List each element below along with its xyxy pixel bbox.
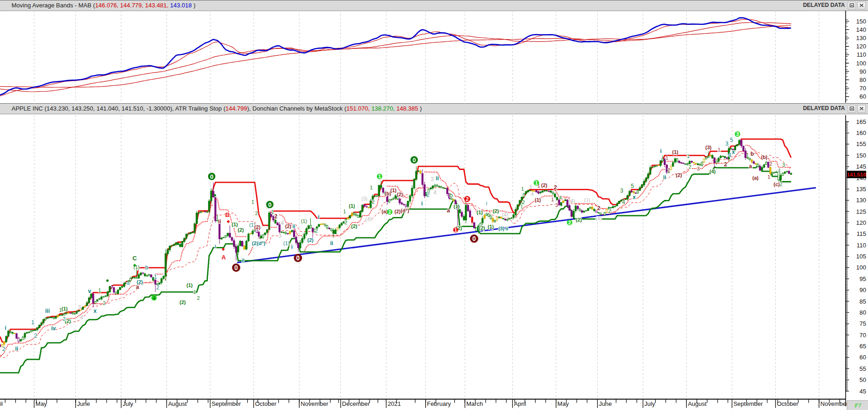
svg-text:165: 165 (856, 118, 866, 125)
svg-text:a: a (127, 280, 130, 286)
svg-text:April: April (0, 400, 3, 407)
svg-text:1: 1 (271, 209, 274, 215)
svg-text:(2): (2) (285, 223, 291, 229)
svg-text:(1): (1) (283, 240, 289, 246)
svg-text:(2): (2) (238, 227, 244, 233)
svg-text:(3): (3) (705, 145, 712, 150)
svg-text:iv: iv (51, 325, 56, 332)
svg-text:45: 45 (860, 388, 866, 395)
svg-text:1: 1 (370, 185, 373, 190)
svg-text:(1): (1) (453, 204, 460, 209)
svg-text:March: March (466, 400, 483, 407)
svg-text:80: 80 (860, 76, 866, 83)
svg-text:1: 1 (666, 155, 668, 161)
svg-text:70: 70 (860, 332, 866, 339)
svg-text:3: 3 (782, 162, 785, 168)
svg-text:(2): (2) (576, 217, 582, 223)
svg-text:0: 0 (210, 173, 213, 180)
svg-text:a: a (136, 284, 139, 290)
svg-text:i: i (421, 200, 422, 207)
svg-text:ii: ii (292, 223, 295, 229)
svg-text:May: May (558, 400, 569, 407)
svg-text:(2): (2) (254, 224, 261, 230)
svg-text:A: A (221, 254, 226, 261)
svg-text:(1): (1) (61, 306, 68, 311)
svg-text:i: i (5, 325, 6, 331)
svg-text:June: June (77, 400, 90, 407)
svg-text:(2): (2) (397, 192, 403, 197)
svg-text:1: 1 (59, 307, 62, 313)
svg-text:(b): (b) (761, 154, 767, 160)
svg-text:C: C (132, 255, 137, 262)
svg-text:50: 50 (860, 376, 866, 383)
svg-text:(2): (2) (541, 182, 547, 188)
svg-text:b: b (450, 192, 453, 199)
svg-text:130: 130 (856, 197, 866, 204)
svg-text:2: 2 (568, 220, 571, 225)
svg-text:2: 2 (724, 161, 727, 168)
svg-text:115: 115 (856, 230, 866, 237)
svg-text:November: November (820, 400, 849, 407)
svg-text:150: 150 (856, 152, 866, 159)
svg-text:4: 4 (434, 189, 437, 196)
svg-text:(1): (1) (232, 222, 238, 227)
svg-text:ii: ii (663, 174, 666, 181)
svg-text:2021: 2021 (387, 400, 401, 407)
svg-text:ii: ii (218, 218, 221, 225)
svg-text:1: 1 (521, 186, 524, 192)
svg-text:(2): (2) (493, 208, 499, 214)
svg-text:0: 0 (234, 264, 238, 271)
svg-text:3: 3 (555, 202, 558, 208)
svg-text:2: 2 (689, 164, 691, 170)
svg-text:(4): (4) (365, 216, 371, 222)
svg-text:September: September (733, 400, 763, 407)
svg-text:4: 4 (153, 295, 156, 301)
svg-text:(2): (2) (307, 237, 314, 243)
svg-text:125: 125 (856, 208, 866, 215)
svg-text:110: 110 (856, 51, 866, 58)
svg-text:105: 105 (856, 253, 866, 260)
svg-text:4: 4 (622, 199, 625, 205)
svg-text:February: February (427, 400, 452, 407)
svg-text:August: August (688, 400, 707, 407)
svg-text:(1): (1) (535, 197, 541, 203)
svg-text:ii: ii (505, 226, 508, 231)
svg-text:i: i (214, 244, 216, 249)
svg-text:(2): (2) (179, 299, 186, 305)
svg-text:3: 3 (431, 176, 434, 182)
svg-text:(1): (1) (476, 210, 483, 215)
svg-text:(4): (4) (709, 169, 716, 174)
svg-text:(1): (1) (488, 224, 494, 229)
svg-text:x: x (94, 308, 97, 314)
svg-text:a: a (447, 207, 450, 214)
svg-text:i: i (318, 214, 319, 220)
svg-text:2: 2 (388, 209, 391, 215)
svg-text:b: b (750, 151, 754, 157)
svg-text:(d°): (d°) (401, 208, 410, 213)
svg-text:1: 1 (687, 153, 690, 159)
svg-text:(4): (4) (502, 212, 508, 217)
svg-text:2: 2 (608, 208, 612, 214)
svg-text:3: 3 (620, 187, 624, 194)
svg-text:0: 0 (472, 235, 476, 242)
svg-text:(4): (4) (569, 198, 575, 204)
svg-text:4: 4 (281, 220, 284, 226)
svg-text:2: 2 (466, 196, 469, 202)
svg-text:December: December (342, 400, 370, 407)
svg-text:100: 100 (856, 264, 866, 271)
svg-text:i: i (660, 148, 661, 154)
svg-text:(a): (a) (752, 175, 759, 181)
svg-text:(2): (2) (394, 209, 401, 214)
svg-text:150: 150 (856, 18, 866, 25)
svg-text:(1): (1) (349, 203, 355, 209)
svg-text:140: 140 (856, 26, 866, 33)
svg-text:0: 0 (268, 201, 271, 208)
svg-text:September: September (212, 400, 241, 407)
svg-text:2: 2 (63, 316, 65, 322)
svg-text:July: July (123, 400, 134, 407)
svg-text:2: 2 (667, 167, 670, 173)
svg-text:May: May (36, 400, 47, 407)
svg-text:95: 95 (860, 275, 866, 282)
svg-text:iii: iii (45, 308, 50, 314)
svg-text:5: 5 (730, 137, 733, 143)
